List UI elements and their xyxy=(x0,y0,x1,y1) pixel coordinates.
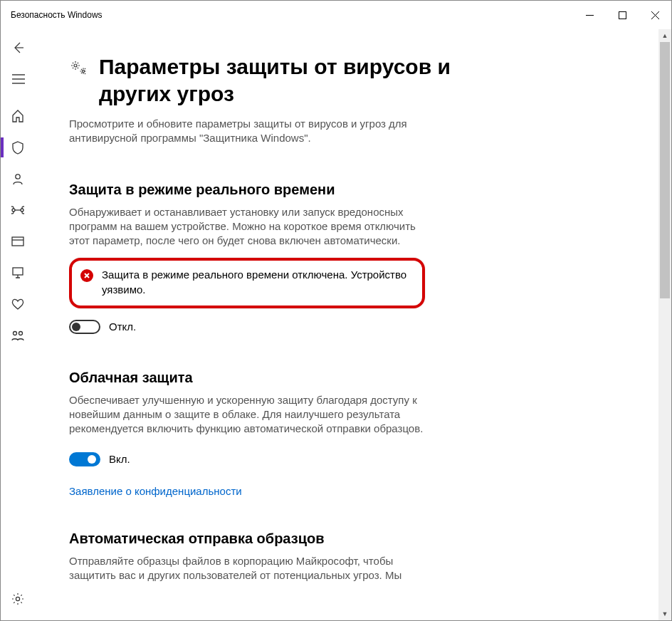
realtime-heading: Защита в режиме реального времени xyxy=(69,182,432,198)
svg-rect-1 xyxy=(619,11,626,19)
svg-point-9 xyxy=(12,209,15,212)
scroll-up-button[interactable]: ▲ xyxy=(658,29,671,42)
cloud-toggle[interactable] xyxy=(69,452,100,466)
svg-point-8 xyxy=(16,174,20,179)
nav-account-protection[interactable] xyxy=(1,163,35,194)
section-cloud: Облачная защита Обеспечивает улучшенную … xyxy=(69,370,432,498)
page-header: Параметры защиты от вирусов и других угр… xyxy=(69,53,658,107)
back-button[interactable] xyxy=(1,32,35,63)
hamburger-button[interactable] xyxy=(1,63,35,95)
realtime-warning: Защита в режиме реального времени отключ… xyxy=(69,258,425,308)
section-autosubmit: Автоматическая отправка образцов Отправл… xyxy=(69,531,432,583)
svg-point-18 xyxy=(82,70,84,72)
svg-point-16 xyxy=(16,597,19,600)
scroll-down-button[interactable]: ▼ xyxy=(658,607,671,620)
svg-rect-11 xyxy=(12,237,23,246)
nav-app-browser[interactable] xyxy=(1,226,35,257)
page-intro: Просмотрите и обновите параметры защиты … xyxy=(69,117,432,146)
titlebar: Безопасность Windows xyxy=(1,1,671,29)
svg-point-17 xyxy=(74,64,77,67)
autosubmit-desc: Отправляйте образцы файлов в корпорацию … xyxy=(69,554,432,583)
minimize-button[interactable] xyxy=(573,1,606,29)
svg-rect-13 xyxy=(13,268,23,275)
scroll-thumb[interactable] xyxy=(660,42,670,298)
window-title: Безопасность Windows xyxy=(11,10,103,20)
nav-virus-protection[interactable] xyxy=(1,132,35,163)
svg-point-10 xyxy=(21,209,23,212)
svg-point-14 xyxy=(14,332,17,335)
cloud-desc: Обеспечивает улучшенную и ускоренную защ… xyxy=(69,393,432,437)
realtime-desc: Обнаруживает и останавливает установку и… xyxy=(69,205,432,249)
section-realtime: Защита в режиме реального времени Обнару… xyxy=(69,182,432,334)
nav-firewall[interactable] xyxy=(1,194,35,226)
nav-settings[interactable] xyxy=(1,583,35,615)
privacy-link[interactable]: Заявление о конфиденциальности xyxy=(69,485,242,497)
cloud-toggle-row: Вкл. xyxy=(69,452,432,466)
maximize-button[interactable] xyxy=(606,1,639,29)
realtime-toggle[interactable] xyxy=(69,320,100,334)
autosubmit-heading: Автоматическая отправка образцов xyxy=(69,531,432,547)
nav-home[interactable] xyxy=(1,100,35,132)
nav-device-health[interactable] xyxy=(1,288,35,320)
cloud-heading: Облачная защита xyxy=(69,370,432,386)
app-body: Параметры защиты от вирусов и других угр… xyxy=(1,29,671,620)
realtime-warning-text: Защита в режиме реального времени отключ… xyxy=(102,268,411,297)
realtime-toggle-label: Откл. xyxy=(109,320,136,333)
error-icon xyxy=(80,269,93,282)
page-title: Параметры защиты от вирусов и других угр… xyxy=(99,53,469,107)
app-window: Безопасность Windows xyxy=(0,0,672,621)
realtime-toggle-row: Откл. xyxy=(69,320,432,334)
nav-rail xyxy=(1,29,35,620)
close-button[interactable] xyxy=(639,1,671,29)
nav-device-security[interactable] xyxy=(1,257,35,288)
cloud-toggle-label: Вкл. xyxy=(109,453,130,465)
svg-point-15 xyxy=(19,332,23,335)
nav-family-options[interactable] xyxy=(1,320,35,351)
main-panel: Параметры защиты от вирусов и других угр… xyxy=(35,29,671,620)
gears-icon xyxy=(69,59,89,79)
scrollbar[interactable]: ▲ ▼ xyxy=(658,29,671,620)
window-buttons xyxy=(573,1,671,29)
